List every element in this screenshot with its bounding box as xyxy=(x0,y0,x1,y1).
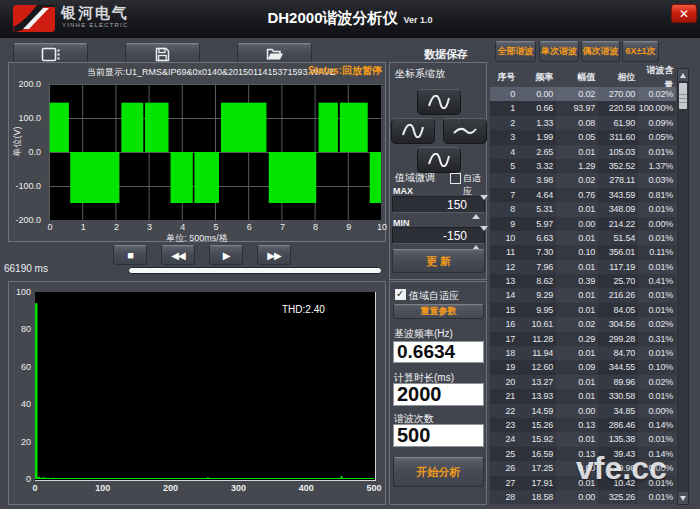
table-row[interactable]: 53.321.29352.521.37% xyxy=(490,159,676,173)
table-row[interactable]: 74.640.76343.590.81% xyxy=(490,188,676,202)
table-cell: 9.95 xyxy=(518,303,556,317)
table-row[interactable]: 31.990.05311.600.05% xyxy=(490,130,676,144)
table-row[interactable]: 1711.280.29299.280.31% xyxy=(490,332,676,346)
table-row[interactable]: 1912.600.09344.550.10% xyxy=(490,360,676,374)
axis-tick-label: 0 xyxy=(32,483,37,493)
waveform-panel: 当前显示:U1_RMS&IP69&0x0140&2015011415371593… xyxy=(8,62,386,242)
range-autofit-label: 值域自适应 xyxy=(409,289,459,303)
table-row[interactable]: 2013.270.0189.960.02% xyxy=(490,375,676,389)
axis-tick-label: 80 xyxy=(0,324,31,334)
table-row[interactable]: 42.650.01105.030.01% xyxy=(490,145,676,159)
axis-tick-label: 500 xyxy=(366,483,381,493)
table-row[interactable]: 21.330.0861.900.09% xyxy=(490,116,676,130)
table-row[interactable]: 2214.590.0034.850.00% xyxy=(490,404,676,418)
scroll-up-button[interactable] xyxy=(678,69,688,81)
tab-6x-plus-minus-1[interactable]: 6X±1次 xyxy=(622,41,659,62)
table-row[interactable]: 1610.610.02304.560.02% xyxy=(490,317,676,331)
zoom-y-compress-button[interactable] xyxy=(417,147,461,173)
company-logo-icon xyxy=(13,5,55,32)
table-cell: 89.96 xyxy=(598,375,638,389)
table-cell: 4 xyxy=(490,145,518,159)
table-cell: 6 xyxy=(490,173,518,187)
table-cell: 0.01% xyxy=(638,389,676,403)
table-cell: 214.22 xyxy=(598,217,638,231)
table-row[interactable]: 149.290.01216.260.01% xyxy=(490,288,676,302)
spinner-arrows-icon[interactable] xyxy=(472,199,480,215)
table-cell: 0.09% xyxy=(638,116,676,130)
table-cell: 7.96 xyxy=(518,260,556,274)
update-button[interactable]: 更 新 xyxy=(392,249,485,273)
calc-duration-input[interactable] xyxy=(393,383,484,406)
stop-button[interactable]: ■ xyxy=(113,245,147,265)
tab-all-harmonics[interactable]: 全部谐波 xyxy=(495,41,536,62)
table-cell: 0.14% xyxy=(638,418,676,432)
table-cell: 3.32 xyxy=(518,159,556,173)
table-scrollbar[interactable] xyxy=(677,68,689,505)
tab-single-harmonic[interactable]: 单次谐波 xyxy=(539,41,579,62)
table-row[interactable]: 159.950.0184.050.01% xyxy=(490,303,676,317)
table-cell: 0.01 xyxy=(556,432,598,446)
table-cell: 0 xyxy=(490,87,518,101)
fast-forward-button[interactable]: ▶▶ xyxy=(257,245,291,265)
tab-even-harmonics[interactable]: 偶次谐波 xyxy=(581,41,620,62)
table-row[interactable]: 117.300.10356.010.11% xyxy=(490,245,676,259)
table-cell: 4.64 xyxy=(518,188,556,202)
range-autofit-checkbox[interactable] xyxy=(395,289,406,300)
auto-range-checkbox[interactable] xyxy=(450,173,461,184)
table-cell: 0.00 xyxy=(556,404,598,418)
table-cell: 278.11 xyxy=(598,173,638,187)
table-cell: 0.76 xyxy=(556,188,598,202)
thd-value-label: THD:2.40 xyxy=(282,304,325,315)
table-cell: 21 xyxy=(490,389,518,403)
start-analysis-button[interactable]: 开始分析 xyxy=(393,457,484,487)
harmonic-order-input[interactable] xyxy=(393,424,484,447)
reset-parameters-button[interactable]: 重置参数 xyxy=(393,304,484,319)
table-cell: 13.27 xyxy=(518,375,556,389)
table-row[interactable]: 63.980.02278.110.03% xyxy=(490,173,676,187)
table-row[interactable]: 2113.930.01330.580.01% xyxy=(490,389,676,403)
table-row[interactable]: 95.970.00214.220.00% xyxy=(490,217,676,231)
zoom-x-compress-button[interactable] xyxy=(391,118,435,144)
table-row[interactable]: 138.620.3925.700.41% xyxy=(490,274,676,288)
table-row[interactable]: 2415.920.01135.380.01% xyxy=(490,432,676,446)
company-name: 银河电气 xyxy=(61,4,129,23)
rewind-button[interactable]: ◀◀ xyxy=(161,245,195,265)
table-cell: 0.00% xyxy=(638,217,676,231)
table-cell: 26 xyxy=(490,461,518,475)
table-cell: 18 xyxy=(490,346,518,360)
min-value-spinner[interactable]: -150 xyxy=(392,227,485,244)
table-row[interactable]: 1811.940.0184.700.01% xyxy=(490,346,676,360)
table-row[interactable]: 00.000.02270.000.02% xyxy=(490,87,676,101)
axis-tick-label: 200 xyxy=(163,483,178,493)
table-row[interactable]: 2315.260.13286.460.14% xyxy=(490,418,676,432)
table-cell: 348.09 xyxy=(598,202,638,216)
table-header: 序号频率幅值相位谐波含量 xyxy=(490,68,689,87)
play-button[interactable]: ▶ xyxy=(209,245,243,265)
scroll-down-button[interactable] xyxy=(678,492,688,504)
zoom-x-expand-button[interactable] xyxy=(443,118,487,144)
table-row[interactable]: 127.960.01117.190.01% xyxy=(490,260,676,274)
playback-progress-slider[interactable] xyxy=(128,267,382,274)
table-cell: 0.01 xyxy=(556,389,598,403)
close-button[interactable]: ✕ xyxy=(671,4,697,23)
table-row[interactable]: 85.310.01348.090.01% xyxy=(490,202,676,216)
table-cell: 5 xyxy=(490,159,518,173)
table-cell: 17.91 xyxy=(518,476,556,490)
table-cell: 23 xyxy=(490,418,518,432)
spectrum-chart xyxy=(35,292,376,481)
zoom-y-expand-button[interactable] xyxy=(417,89,461,115)
fundamental-frequency-label: 基波频率(Hz) xyxy=(394,327,453,341)
table-row[interactable]: 106.630.0151.540.01% xyxy=(490,231,676,245)
table-row[interactable]: 10.6693.97220.58100.00% xyxy=(490,101,676,115)
spinner-arrows-icon[interactable] xyxy=(472,230,480,246)
axis-tick-label: 200.0 xyxy=(9,79,41,89)
table-row[interactable]: 2818.580.00325.260.01% xyxy=(490,490,676,504)
fundamental-frequency-input[interactable] xyxy=(393,341,484,363)
table-cell: 18.58 xyxy=(518,490,556,504)
table-cell: 84.70 xyxy=(598,346,638,360)
max-value-spinner[interactable]: 150 xyxy=(392,196,485,213)
table-cell: 0.01 xyxy=(556,375,598,389)
scrollbar-thumb[interactable] xyxy=(679,83,687,109)
table-cell: 0.05% xyxy=(638,130,676,144)
table-cell: 117.19 xyxy=(598,260,638,274)
